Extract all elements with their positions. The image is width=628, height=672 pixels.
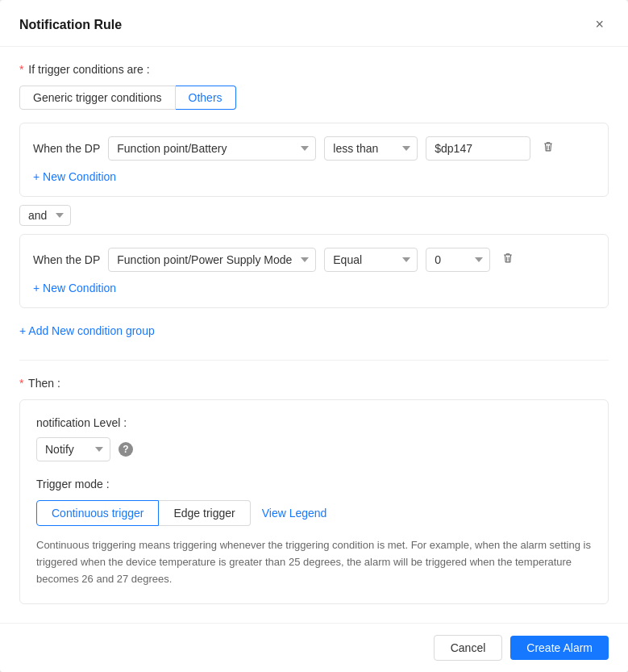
- new-condition-btn-1[interactable]: + New Condition: [33, 170, 116, 183]
- tab-edge-trigger[interactable]: Edge trigger: [159, 500, 250, 526]
- required-star: *: [19, 63, 23, 76]
- delete-condition-2[interactable]: [498, 248, 518, 271]
- trigger-mode-label: Trigger mode :: [36, 478, 592, 490]
- help-icon[interactable]: ?: [119, 442, 133, 457]
- and-connector: and or: [19, 197, 609, 234]
- trigger-conditions-label: * If trigger conditions are :: [19, 63, 609, 76]
- then-section: * Then : notification Level : Notify War…: [19, 377, 609, 604]
- op-select-2[interactable]: Equal Not Equal less than greater than: [324, 248, 418, 272]
- tab-continuous-trigger[interactable]: Continuous trigger: [36, 500, 159, 526]
- condition-group-1: When the DP Function point/Battery Funct…: [19, 123, 609, 197]
- condition-group-2: When the DP Function point/Battery Funct…: [19, 234, 609, 308]
- tab-generic-trigger[interactable]: Generic trigger conditions: [19, 86, 176, 110]
- section-divider: [19, 360, 609, 361]
- dp-select-1[interactable]: Function point/Battery Function point/Po…: [108, 136, 316, 161]
- cancel-button[interactable]: Cancel: [434, 635, 503, 661]
- val-input-1[interactable]: [426, 136, 530, 161]
- condition-row-2: When the DP Function point/Battery Funct…: [33, 248, 595, 272]
- op-select-1[interactable]: less than greater than equal not equal: [324, 136, 418, 161]
- modal-header: Notification Rule ×: [0, 0, 628, 47]
- modal-title: Notification Rule: [19, 18, 122, 32]
- condition-row-1: When the DP Function point/Battery Funct…: [33, 136, 595, 161]
- trigger-condition-tabs: Generic trigger conditions Others: [19, 86, 609, 110]
- delete-condition-1[interactable]: [539, 137, 558, 160]
- modal-body: * If trigger conditions are : Generic tr…: [0, 47, 628, 623]
- trash-icon-1: [542, 140, 555, 153]
- connector-select[interactable]: and or: [19, 205, 71, 226]
- then-label: * Then :: [19, 377, 609, 390]
- notification-level-label: notification Level :: [36, 416, 592, 429]
- dp-select-2[interactable]: Function point/Battery Function point/Po…: [108, 248, 316, 272]
- new-condition-btn-2[interactable]: + New Condition: [33, 282, 116, 294]
- then-box: notification Level : Notify Warning Crit…: [19, 399, 609, 604]
- notification-level-select[interactable]: Notify Warning Critical: [36, 437, 110, 461]
- view-legend-link[interactable]: View Legend: [262, 507, 327, 520]
- close-button[interactable]: ×: [590, 15, 609, 35]
- tab-others[interactable]: Others: [176, 86, 236, 110]
- val-select-2[interactable]: 0 1 2 3: [426, 248, 490, 272]
- trash-icon-2: [501, 252, 514, 265]
- modal-dialog: Notification Rule × * If trigger conditi…: [0, 0, 628, 672]
- modal-footer: Cancel Create Alarm: [0, 623, 628, 672]
- notify-row: Notify Warning Critical ?: [36, 437, 592, 461]
- create-alarm-button[interactable]: Create Alarm: [510, 636, 609, 660]
- add-condition-group-button[interactable]: + Add New condition group: [19, 318, 155, 344]
- when-label-2: When the DP: [33, 253, 100, 266]
- then-required-star: *: [19, 377, 23, 390]
- trigger-mode-tabs: Continuous trigger Edge trigger View Leg…: [36, 500, 592, 526]
- trigger-description: Continuous triggering means triggering w…: [36, 537, 592, 587]
- when-label-1: When the DP: [33, 142, 100, 155]
